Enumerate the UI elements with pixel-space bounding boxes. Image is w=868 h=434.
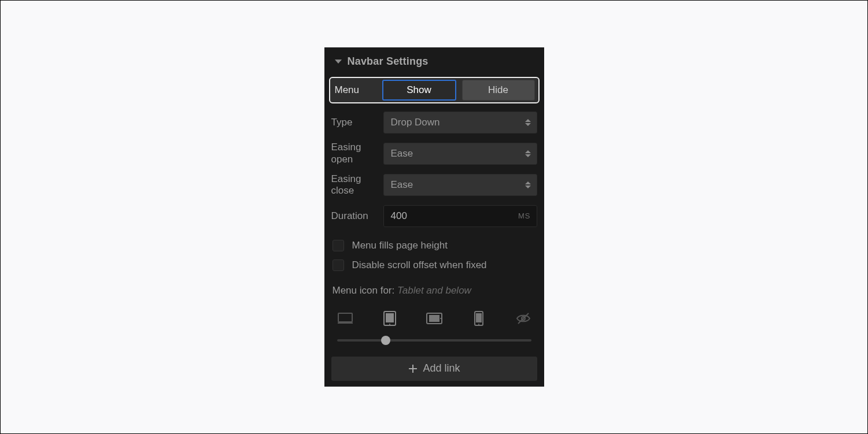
easing-close-select[interactable]: Ease — [383, 174, 537, 196]
svg-rect-1 — [338, 322, 353, 324]
menu-icon-for-value: Tablet and below — [397, 285, 471, 296]
desktop-icon[interactable] — [336, 310, 354, 327]
disable-scroll-row: Disable scroll offset when fixed — [324, 259, 544, 271]
menu-hide-button[interactable]: Hide — [462, 80, 535, 101]
plus-icon — [408, 363, 418, 374]
breakpoint-slider[interactable] — [324, 339, 544, 342]
type-row: Type Drop Down — [324, 112, 544, 133]
easing-open-value: Ease — [391, 148, 413, 159]
type-label: Type — [331, 117, 378, 128]
svg-rect-9 — [476, 313, 482, 322]
add-link-label: Add link — [423, 362, 460, 374]
svg-point-10 — [478, 324, 479, 325]
select-caret-icon — [525, 150, 531, 157]
easing-close-value: Ease — [391, 179, 413, 191]
fills-height-label: Menu fills page height — [352, 240, 448, 251]
duration-value: 400 — [391, 210, 407, 222]
menu-icon-for-label: Menu icon for: — [333, 285, 397, 296]
type-value: Drop Down — [391, 117, 440, 128]
slider-track — [337, 339, 531, 342]
panel-header[interactable]: Navbar Settings — [324, 47, 544, 73]
tablet-portrait-icon[interactable] — [381, 310, 399, 327]
svg-point-7 — [440, 318, 441, 319]
svg-point-4 — [389, 324, 390, 325]
collapse-icon — [335, 60, 342, 64]
menu-label: Menu — [335, 84, 376, 96]
select-caret-icon — [525, 181, 531, 188]
duration-label: Duration — [331, 210, 378, 222]
type-select[interactable]: Drop Down — [383, 112, 537, 133]
panel-title: Navbar Settings — [348, 55, 429, 68]
add-link-button[interactable]: Add link — [331, 357, 537, 381]
svg-rect-0 — [338, 313, 352, 322]
device-breakpoint-row — [324, 310, 544, 327]
disable-scroll-offset-checkbox[interactable] — [333, 259, 344, 271]
navbar-settings-panel: Navbar Settings Menu Show Hide Type Drop… — [324, 47, 544, 387]
select-caret-icon — [525, 119, 531, 126]
easing-close-label: Easing close — [331, 173, 378, 197]
disable-scroll-label: Disable scroll offset when fixed — [352, 259, 487, 271]
easing-open-label: Easing open — [331, 142, 378, 165]
svg-rect-6 — [429, 315, 439, 322]
fills-height-checkbox[interactable] — [333, 240, 344, 251]
svg-line-12 — [518, 313, 529, 324]
duration-row: Duration 400 MS — [324, 205, 544, 227]
tablet-landscape-icon[interactable] — [425, 310, 444, 327]
menu-show-button[interactable]: Show — [382, 80, 456, 101]
slider-thumb[interactable] — [381, 336, 390, 345]
fills-height-row: Menu fills page height — [324, 240, 544, 251]
menu-toggle-row: Menu Show Hide — [329, 77, 540, 103]
menu-icon-for-row: Menu icon for: Tablet and below — [324, 285, 544, 296]
easing-close-row: Easing close Ease — [324, 173, 544, 197]
visibility-off-icon[interactable] — [514, 310, 533, 327]
easing-open-row: Easing open Ease — [324, 142, 544, 165]
svg-rect-3 — [386, 313, 394, 322]
duration-input[interactable]: 400 MS — [383, 205, 537, 227]
duration-unit: MS — [518, 212, 531, 220]
easing-open-select[interactable]: Ease — [383, 143, 537, 165]
mobile-icon[interactable] — [470, 310, 488, 327]
